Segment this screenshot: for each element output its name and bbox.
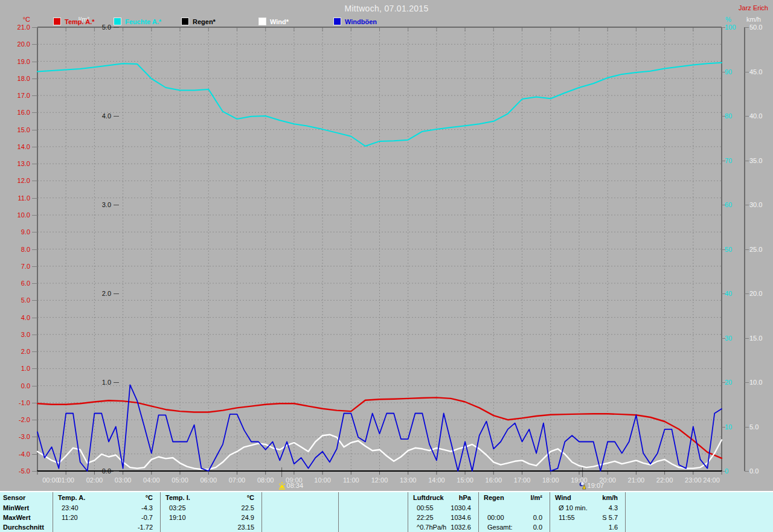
axis-tick (32, 471, 37, 472)
windboeen-series-line (37, 385, 722, 471)
axis-tick (32, 249, 37, 250)
axis-tick (32, 44, 37, 45)
rain-tick-label: 0.0 (86, 467, 111, 475)
wind-series-line (37, 435, 722, 469)
temp-tick-label: -3.0 (5, 433, 30, 441)
axis-tick (32, 27, 37, 28)
axis-tick (722, 338, 725, 339)
time-tick-label: 02:00 (80, 476, 108, 484)
summary-table: SensorMinWertMaxWertDurchschnittTemp. A.… (0, 491, 773, 532)
temp-tick-label: 5.0 (5, 296, 30, 304)
humidity-tick-label: 100 (725, 24, 743, 31)
table-column-divider (338, 492, 339, 532)
table-cell-value: 0.0 (478, 513, 542, 522)
time-tick-label: 17:00 (508, 476, 536, 484)
table-row-label: Sensor (3, 493, 25, 502)
temp-tick-label: 2.0 (5, 348, 30, 356)
sunset-marker: 19:07 (579, 482, 605, 490)
axis-tick (745, 338, 749, 339)
axis-tick (722, 293, 725, 294)
time-tick-label: 03:00 (109, 476, 137, 484)
table-row-label: Durchschnitt (3, 522, 44, 532)
axis-tick (32, 351, 37, 352)
table-cell-value: 1030.4 (408, 503, 471, 513)
axis-tick (32, 300, 37, 301)
table-cell-value: 1.6 (550, 522, 618, 532)
table-column-divider (625, 492, 626, 532)
temp-tick-label: 20.0 (5, 40, 30, 48)
axis-tick (745, 72, 749, 72)
axis-tick (32, 130, 37, 130)
temp-tick-label: 1.0 (5, 365, 30, 373)
axis-tick (114, 293, 119, 294)
wind-tick-label: 10.0 (749, 379, 770, 386)
table-cell-value: S 5.7 (550, 513, 618, 522)
temp-tick-label: 10.0 (5, 211, 30, 219)
wind-tick-label: 35.0 (749, 157, 770, 165)
axis-tick (32, 420, 37, 420)
table-cell-value: -1.72 (53, 522, 153, 532)
axis-tick (32, 181, 37, 181)
axis-tick (722, 27, 725, 28)
axis-tick (745, 427, 749, 428)
temp-tick-label: 0.0 (5, 382, 30, 390)
axis-tick (32, 215, 37, 216)
temp-tick-label: 13.0 (5, 160, 30, 168)
wind-tick-label: 5.0 (749, 423, 770, 431)
axis-tick (32, 164, 37, 164)
axis-tick (722, 116, 725, 117)
time-tick-label: 08:00 (252, 476, 280, 484)
temp-tick-label: 19.0 (5, 58, 30, 66)
table-row-label: MinWert (3, 503, 29, 513)
axis-tick (745, 116, 749, 117)
humidity-tick-label: 10 (725, 423, 743, 431)
temp-tick-label: 17.0 (5, 92, 30, 100)
time-tick-label: 24:00 (698, 476, 725, 484)
sunrise-icon (278, 482, 286, 490)
axis-tick (32, 454, 37, 455)
axis-tick (722, 161, 725, 161)
axis-tick (745, 161, 749, 161)
axis-tick (32, 62, 37, 62)
axis-tick (32, 386, 37, 386)
time-tick-label: 15:00 (451, 476, 479, 484)
axis-tick (114, 382, 119, 383)
wind-tick-label: 50.0 (749, 24, 770, 31)
time-tick-label: 21:00 (622, 476, 650, 484)
table-col-unit: °C (160, 493, 254, 502)
table-cell-value: 1034.6 (408, 513, 471, 522)
table-cell-value: 1032.6 (408, 522, 471, 532)
temp-tick-label: 4.0 (5, 314, 30, 322)
humidity-tick-label: 40 (725, 290, 743, 298)
axis-tick (32, 112, 37, 113)
weather-station-chart-window: Mittwoch, 07.01.2015 Jarz Erich °C l/m² … (0, 0, 773, 532)
humidity-tick-label: 30 (725, 335, 743, 342)
temp-tick-label: 6.0 (5, 280, 30, 287)
temp-tick-label: -4.0 (5, 450, 30, 458)
rain-tick-label: 2.0 (86, 290, 111, 298)
table-cell-value: -0.7 (53, 513, 153, 522)
humidity-tick-label: 70 (725, 157, 743, 165)
temp-tick-label: 15.0 (5, 126, 30, 134)
temp-tick-label: 18.0 (5, 75, 30, 83)
humidity-tick-label: 50 (725, 246, 743, 254)
wind-tick-label: 20.0 (749, 290, 770, 298)
axis-tick (745, 27, 749, 28)
axis-tick (32, 95, 37, 96)
axis-tick (745, 205, 749, 205)
humidity-tick-label: 60 (725, 201, 743, 209)
table-col-unit: hPa (408, 493, 471, 502)
temp-tick-label: 7.0 (5, 263, 30, 271)
humidity-tick-label: 90 (725, 68, 743, 76)
temp-tick-label: 11.0 (5, 194, 30, 202)
rain-tick-label: 3.0 (86, 201, 111, 209)
axis-tick (32, 147, 37, 147)
axis-tick (745, 471, 749, 472)
axis-tick (114, 471, 119, 472)
table-cell-value: 0.0 (478, 522, 542, 532)
wind-tick-label: 30.0 (749, 201, 770, 209)
time-tick-label: 13:00 (394, 476, 422, 484)
axis-tick (114, 116, 119, 117)
temp-tick-label: 12.0 (5, 177, 30, 185)
table-cell-value: -4.3 (53, 503, 153, 513)
